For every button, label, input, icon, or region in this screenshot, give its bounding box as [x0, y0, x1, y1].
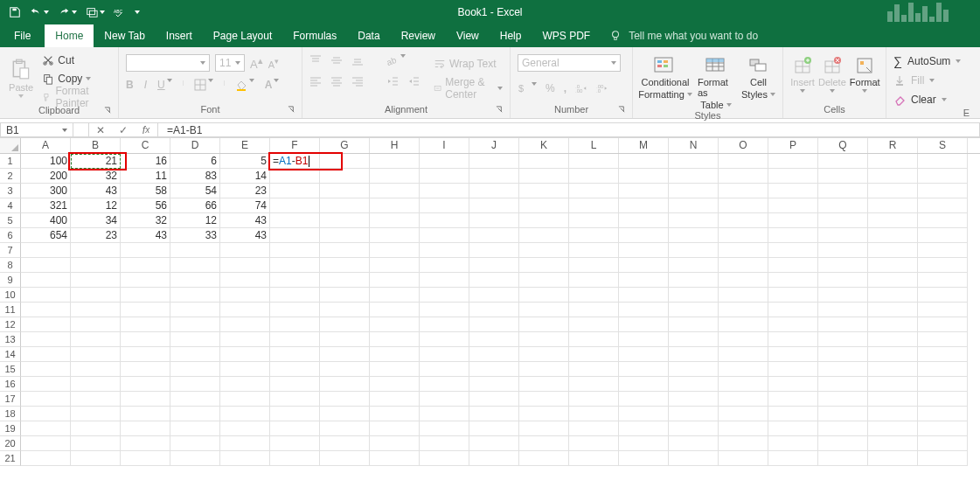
cell[interactable]	[918, 184, 968, 198]
cell[interactable]: 21	[71, 154, 121, 169]
cell[interactable]	[469, 392, 519, 407]
cell[interactable]	[420, 213, 469, 228]
cell[interactable]	[370, 392, 420, 407]
cell[interactable]	[569, 303, 619, 317]
cell[interactable]	[170, 288, 220, 303]
row-header[interactable]: 9	[0, 273, 21, 288]
cell[interactable]	[220, 332, 270, 347]
row-header[interactable]: 2	[0, 169, 21, 184]
cell[interactable]	[469, 169, 519, 184]
cell[interactable]	[918, 303, 968, 317]
column-header[interactable]: E	[220, 138, 270, 153]
column-header[interactable]: I	[420, 138, 469, 153]
tab-data[interactable]: Data	[347, 24, 390, 47]
cell[interactable]	[818, 317, 868, 332]
cell[interactable]	[918, 362, 968, 377]
cell[interactable]	[420, 288, 469, 303]
cell[interactable]	[619, 184, 669, 198]
cell[interactable]	[469, 317, 519, 332]
cell[interactable]	[370, 362, 420, 377]
align-right-icon[interactable]	[351, 75, 364, 87]
cell[interactable]	[320, 228, 370, 243]
cell[interactable]	[220, 392, 270, 407]
cell[interactable]	[868, 184, 918, 198]
column-header[interactable]: R	[868, 138, 918, 153]
cell[interactable]	[519, 303, 569, 317]
cell[interactable]: 74	[220, 198, 270, 213]
orientation-button[interactable]: ab	[386, 54, 406, 66]
cell[interactable]	[519, 407, 569, 421]
cell[interactable]: 200	[21, 169, 71, 184]
cell[interactable]	[370, 154, 420, 169]
cell[interactable]	[818, 347, 868, 362]
cell[interactable]	[469, 347, 519, 362]
cell[interactable]	[21, 317, 71, 332]
cell[interactable]	[320, 407, 370, 421]
column-header[interactable]: H	[370, 138, 420, 153]
cell[interactable]	[669, 362, 719, 377]
cell[interactable]	[818, 213, 868, 228]
cell[interactable]	[420, 407, 469, 421]
cell[interactable]	[71, 392, 121, 407]
cell[interactable]	[818, 243, 868, 258]
row-header[interactable]: 20	[0, 436, 21, 451]
cell[interactable]	[420, 332, 469, 347]
tab-formulas[interactable]: Formulas	[282, 24, 347, 47]
cell[interactable]	[868, 258, 918, 273]
row-header[interactable]: 19	[0, 421, 21, 436]
cell[interactable]	[569, 421, 619, 436]
cell[interactable]	[818, 407, 868, 421]
cell[interactable]: 56	[121, 198, 170, 213]
cell[interactable]	[420, 377, 469, 392]
cell[interactable]	[669, 317, 719, 332]
cell[interactable]	[719, 228, 768, 243]
cell[interactable]	[370, 184, 420, 198]
cell[interactable]	[170, 407, 220, 421]
align-center-icon[interactable]	[330, 75, 343, 87]
cell[interactable]	[569, 451, 619, 466]
cell[interactable]	[818, 258, 868, 273]
cell[interactable]: 6	[170, 154, 220, 169]
cell[interactable]: 5	[220, 154, 270, 169]
cell[interactable]	[719, 243, 768, 258]
font-color-button[interactable]: A	[265, 79, 280, 91]
cell[interactable]	[868, 288, 918, 303]
cell[interactable]	[71, 347, 121, 362]
cell[interactable]	[619, 169, 669, 184]
cell[interactable]	[918, 377, 968, 392]
cell[interactable]	[71, 303, 121, 317]
cell[interactable]	[868, 273, 918, 288]
cell[interactable]	[220, 451, 270, 466]
cell[interactable]	[519, 243, 569, 258]
number-format-combo[interactable]: General	[518, 54, 621, 72]
cell[interactable]	[669, 332, 719, 347]
cell[interactable]	[370, 198, 420, 213]
tab-view[interactable]: View	[446, 24, 490, 47]
cell[interactable]	[21, 377, 71, 392]
row-header[interactable]: 11	[0, 303, 21, 317]
cell[interactable]	[868, 451, 918, 466]
column-header[interactable]: P	[768, 138, 818, 153]
cell[interactable]	[21, 421, 71, 436]
cell[interactable]	[569, 154, 619, 169]
cell[interactable]	[918, 288, 968, 303]
cell[interactable]	[469, 288, 519, 303]
cell[interactable]	[420, 303, 469, 317]
cell[interactable]	[420, 392, 469, 407]
column-header[interactable]: G	[320, 138, 370, 153]
row-header[interactable]: 7	[0, 243, 21, 258]
select-all-corner[interactable]	[0, 138, 21, 154]
cell[interactable]	[569, 407, 619, 421]
cell[interactable]	[21, 273, 71, 288]
tab-insert[interactable]: Insert	[156, 24, 203, 47]
cell[interactable]	[619, 213, 669, 228]
cell[interactable]	[220, 288, 270, 303]
cell[interactable]	[370, 288, 420, 303]
column-header[interactable]: N	[669, 138, 719, 153]
cell[interactable]	[170, 436, 220, 451]
tab-file[interactable]: File	[0, 24, 45, 47]
cell[interactable]	[270, 198, 320, 213]
cell[interactable]	[220, 243, 270, 258]
cell[interactable]	[170, 258, 220, 273]
undo-button[interactable]	[30, 6, 49, 18]
